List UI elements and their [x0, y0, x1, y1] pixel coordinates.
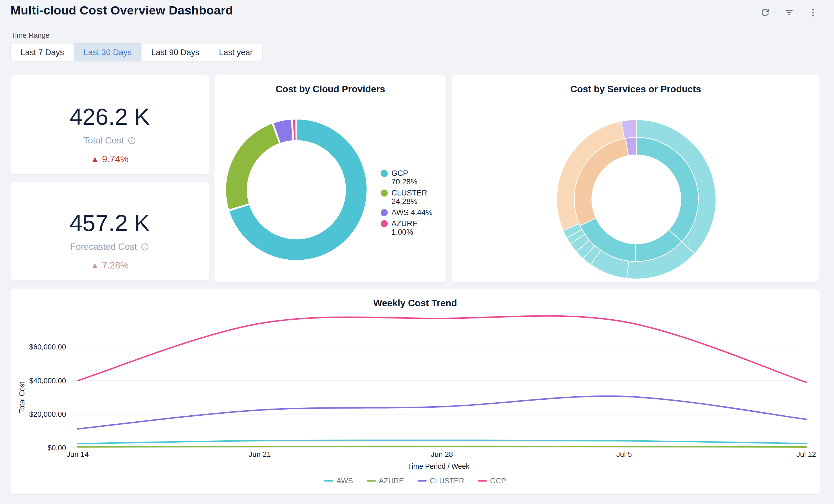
y-axis-title: Total Cost — [18, 381, 26, 413]
kpi-column: 426.2 K Total Cost ▲ 9.74% 457.2 K Forec… — [10, 75, 209, 281]
trend-chart-legend: AWSAZURECLUSTERGCP — [10, 477, 820, 485]
legend-item-aws[interactable]: AWS 4.44% — [381, 208, 436, 217]
y-axis-tick-label: $60,000.00 — [29, 343, 66, 351]
y-axis-tick-label: $0.00 — [48, 444, 66, 452]
refresh-icon — [760, 7, 771, 18]
legend-item-gcp[interactable]: GCP 70.28% — [381, 169, 436, 186]
trend-legend-swatch — [324, 480, 333, 482]
header-actions — [760, 7, 819, 18]
filter-icon — [784, 7, 794, 18]
donut-slice-azure[interactable] — [292, 119, 296, 140]
trend-chart-title: Weekly Cost Trend — [10, 289, 820, 309]
trend-legend-item-aws[interactable]: AWS — [324, 477, 353, 485]
time-range-group: Last 7 DaysLast 30 DaysLast 90 DaysLast … — [10, 43, 263, 61]
total-cost-delta: ▲ 9.74% — [91, 154, 128, 165]
providers-chart-card: Cost by Cloud Providers GCP 70.28%CLUSTE… — [214, 75, 446, 282]
legend-label: GCP 70.28% — [391, 169, 436, 186]
trend-legend-swatch — [478, 480, 487, 482]
top-cards-row: 426.2 K Total Cost ▲ 9.74% 457.2 K Forec… — [10, 75, 820, 282]
x-axis-tick-label: Jul 12 — [796, 450, 816, 458]
legend-item-azure[interactable]: AZURE 1.00% — [381, 219, 436, 236]
x-axis-tick-label: Jun 14 — [66, 450, 89, 458]
donut-slice-cluster[interactable] — [226, 124, 279, 210]
trend-legend-label: GCP — [490, 477, 506, 485]
y-axis-tick-label: $20,000.00 — [29, 410, 66, 418]
legend-dot — [381, 209, 388, 216]
trend-legend-label: CLUSTER — [430, 477, 464, 485]
more-menu-button[interactable] — [807, 7, 819, 18]
trend-gridlines — [70, 347, 807, 448]
weekly-cost-trend-chart[interactable]: $0.00$20,000.00$40,000.00$60,000.00Jun 1… — [10, 289, 820, 494]
kebab-menu-icon — [808, 7, 818, 18]
trend-legend-item-azure[interactable]: AZURE — [367, 477, 404, 485]
legend-dot — [381, 170, 388, 177]
x-axis-tick-label: Jun 21 — [249, 450, 271, 458]
delta-up-icon: ▲ — [91, 154, 99, 164]
x-axis-title: Time Period / Week — [408, 462, 469, 470]
trend-line-azure[interactable] — [78, 446, 806, 447]
trend-line-aws[interactable] — [78, 440, 806, 444]
trend-legend-label: AZURE — [379, 477, 404, 485]
trend-legend-label: AWS — [336, 477, 353, 485]
total-cost-value: 426.2 K — [70, 105, 150, 129]
info-icon[interactable] — [140, 243, 149, 251]
x-axis-tick-label: Jun 28 — [431, 450, 453, 458]
y-axis-tick-label: $40,000.00 — [29, 377, 66, 385]
trend-legend-swatch — [418, 480, 427, 482]
page-title: Multi-cloud Cost Overview Dashboard — [10, 3, 233, 17]
delta-up-icon: ▲ — [91, 261, 99, 270]
legend-label: CLUSTER 24.28% — [391, 189, 436, 206]
forecasted-cost-label: Forecasted Cost — [70, 241, 149, 252]
forecasted-cost-delta: ▲ 7.28% — [91, 260, 128, 271]
kpi-card-forecasted-cost: 457.2 K Forecasted Cost ▲ 7.28% — [10, 181, 209, 281]
info-icon[interactable] — [128, 136, 136, 145]
time-range-label: Time Range — [11, 31, 49, 40]
kpi-card-total-cost: 426.2 K Total Cost ▲ 9.74% — [10, 75, 209, 174]
trend-line-gcp[interactable] — [78, 316, 806, 382]
time-range-option-last-30-days[interactable]: Last 30 Days — [73, 43, 141, 61]
time-range-option-last-year[interactable]: Last year — [209, 43, 262, 61]
providers-chart-legend: GCP 70.28%CLUSTER 24.28%AWS 4.44%AZURE 1… — [381, 169, 436, 236]
total-cost-label: Total Cost — [83, 135, 136, 146]
services-chart-card: Cost by Services or Products — [452, 75, 820, 282]
filter-button[interactable] — [784, 7, 795, 18]
time-range-option-last-7-days[interactable]: Last 7 Days — [11, 43, 73, 61]
services-sunburst-chart[interactable] — [452, 75, 819, 282]
trend-legend-item-gcp[interactable]: GCP — [478, 477, 506, 485]
trend-chart-card: Weekly Cost Trend $0.00$20,000.00$40,000… — [10, 289, 820, 495]
trend-legend-item-cluster[interactable]: CLUSTER — [418, 477, 464, 485]
x-axis-tick-label: Jul 5 — [616, 450, 632, 458]
trend-legend-swatch — [367, 480, 376, 482]
forecasted-cost-value: 457.2 K — [70, 211, 150, 235]
legend-item-cluster[interactable]: CLUSTER 24.28% — [381, 189, 436, 206]
legend-dot — [381, 220, 388, 227]
trend-line-cluster[interactable] — [78, 396, 806, 429]
refresh-button[interactable] — [760, 7, 771, 18]
legend-dot — [381, 190, 388, 197]
legend-label: AWS 4.44% — [391, 208, 433, 217]
time-range-option-last-90-days[interactable]: Last 90 Days — [141, 43, 209, 61]
legend-label: AZURE 1.00% — [391, 219, 436, 236]
dashboard-page: Multi-cloud Cost Overview Dashboard Time… — [0, 0, 834, 504]
